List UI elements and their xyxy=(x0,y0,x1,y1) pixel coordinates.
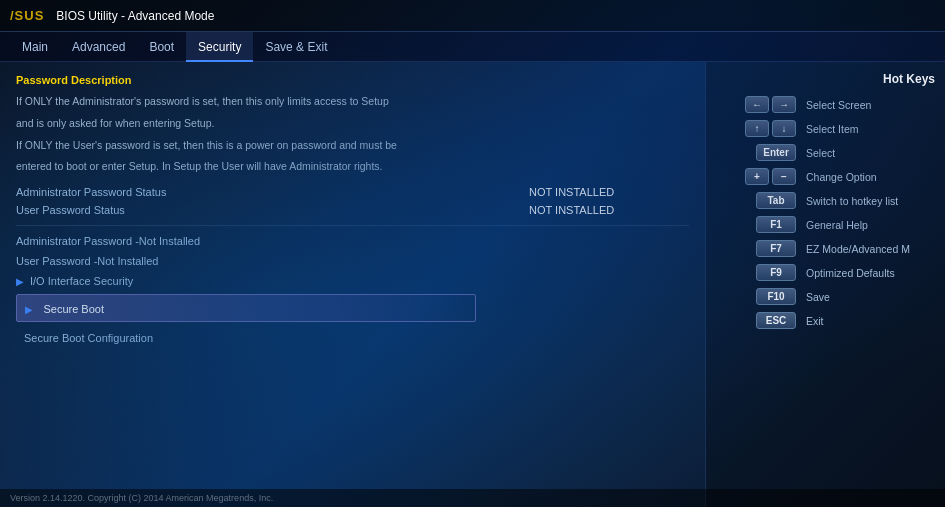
user-password-row: User Password Status NOT INSTALLED xyxy=(16,201,689,219)
hotkey-buttons-7: F9 xyxy=(716,264,796,281)
hotkey-desc-7: Optimized Defaults xyxy=(806,267,935,279)
left-panel: Password Description If ONLY the Adminis… xyxy=(0,62,705,507)
io-interface-label: I/O Interface Security xyxy=(30,275,689,287)
nav-boot[interactable]: Boot xyxy=(137,32,186,62)
user-password-action-label: User Password -Not Installed xyxy=(16,255,689,267)
user-password-action[interactable]: User Password -Not Installed xyxy=(16,252,689,270)
section-title: Password Description xyxy=(16,74,689,86)
hotkey-desc-0: Select Screen xyxy=(806,99,935,111)
hotkey-row-9: ESC Exit xyxy=(716,312,935,329)
secure-boot-item[interactable]: ▶ Secure Boot xyxy=(16,294,476,322)
hotkey-row-5: F1 General Help xyxy=(716,216,935,233)
hotkey-desc-8: Save xyxy=(806,291,935,303)
hotkey-buttons-9: ESC xyxy=(716,312,796,329)
hotkey-down-arrow[interactable]: ↓ xyxy=(772,120,796,137)
hotkey-buttons-4: Tab xyxy=(716,192,796,209)
header-bar: /SUS BIOS Utility - Advanced Mode xyxy=(0,0,945,32)
hotkey-row-1: ↑ ↓ Select Item xyxy=(716,120,935,137)
nav-bar: Main Advanced Boot Security Save & Exit xyxy=(0,32,945,62)
hotkey-row-6: F7 EZ Mode/Advanced M xyxy=(716,240,935,257)
description-4: entered to boot or enter Setup. In Setup… xyxy=(16,159,689,175)
secure-boot-label: Secure Boot xyxy=(43,303,104,315)
hotkey-f1[interactable]: F1 xyxy=(756,216,796,233)
hotkey-buttons-8: F10 xyxy=(716,288,796,305)
hotkey-esc[interactable]: ESC xyxy=(756,312,796,329)
hotkeys-title: Hot Keys xyxy=(716,72,935,86)
hotkey-plus[interactable]: + xyxy=(745,168,769,185)
hotkey-desc-3: Change Option xyxy=(806,171,935,183)
secure-boot-config-item[interactable]: Secure Boot Configuration xyxy=(16,328,689,348)
hotkey-desc-5: General Help xyxy=(806,219,935,231)
hotkey-buttons-3: + − xyxy=(716,168,796,185)
main-content: Password Description If ONLY the Adminis… xyxy=(0,62,945,507)
hotkey-right-arrow[interactable]: → xyxy=(772,96,796,113)
admin-password-value: NOT INSTALLED xyxy=(529,186,689,198)
hotkey-enter[interactable]: Enter xyxy=(756,144,796,161)
user-password-value: NOT INSTALLED xyxy=(529,204,689,216)
divider-1 xyxy=(16,225,689,226)
nav-main[interactable]: Main xyxy=(10,32,60,62)
secure-boot-arrow: ▶ xyxy=(25,304,33,315)
nav-advanced[interactable]: Advanced xyxy=(60,32,137,62)
admin-password-action-label: Administrator Password -Not Installed xyxy=(16,235,689,247)
description-2: and is only asked for when entering Setu… xyxy=(16,116,689,132)
io-interface-item[interactable]: ▶ I/O Interface Security xyxy=(16,272,689,290)
hotkey-f10[interactable]: F10 xyxy=(756,288,796,305)
version-bar: Version 2.14.1220. Copyright (C) 2014 Am… xyxy=(0,489,945,507)
hotkey-buttons-2: Enter xyxy=(716,144,796,161)
bios-title: BIOS Utility - Advanced Mode xyxy=(56,9,214,23)
user-password-label: User Password Status xyxy=(16,204,529,216)
hotkey-f7[interactable]: F7 xyxy=(756,240,796,257)
description-3: If ONLY the User's password is set, then… xyxy=(16,138,689,154)
hotkey-row-2: Enter Select xyxy=(716,144,935,161)
nav-save-exit[interactable]: Save & Exit xyxy=(253,32,339,62)
hotkey-tab[interactable]: Tab xyxy=(756,192,796,209)
nav-security[interactable]: Security xyxy=(186,32,253,62)
hotkey-row-0: ← → Select Screen xyxy=(716,96,935,113)
version-text: Version 2.14.1220. Copyright (C) 2014 Am… xyxy=(10,493,273,503)
hotkey-row-7: F9 Optimized Defaults xyxy=(716,264,935,281)
hotkey-buttons-6: F7 xyxy=(716,240,796,257)
hotkey-row-4: Tab Switch to hotkey list xyxy=(716,192,935,209)
hotkey-row-3: + − Change Option xyxy=(716,168,935,185)
asus-logo: /SUS xyxy=(10,8,44,23)
hotkey-up-arrow[interactable]: ↑ xyxy=(745,120,769,137)
hotkey-desc-6: EZ Mode/Advanced M xyxy=(806,243,935,255)
admin-password-row: Administrator Password Status NOT INSTAL… xyxy=(16,183,689,201)
hotkey-row-8: F10 Save xyxy=(716,288,935,305)
hotkey-buttons-5: F1 xyxy=(716,216,796,233)
hotkey-buttons-1: ↑ ↓ xyxy=(716,120,796,137)
right-panel: Hot Keys ← → Select Screen ↑ ↓ Select It… xyxy=(705,62,945,507)
hotkey-desc-4: Switch to hotkey list xyxy=(806,195,935,207)
admin-password-action[interactable]: Administrator Password -Not Installed xyxy=(16,232,689,250)
description-1: If ONLY the Administrator's password is … xyxy=(16,94,689,110)
io-interface-arrow: ▶ xyxy=(16,276,24,287)
admin-password-label: Administrator Password Status xyxy=(16,186,529,198)
hotkey-desc-2: Select xyxy=(806,147,935,159)
hotkey-left-arrow[interactable]: ← xyxy=(745,96,769,113)
hotkey-minus[interactable]: − xyxy=(772,168,796,185)
hotkey-buttons-0: ← → xyxy=(716,96,796,113)
hotkey-desc-1: Select Item xyxy=(806,123,935,135)
secure-boot-config-label: Secure Boot Configuration xyxy=(24,332,153,344)
settings-table: Administrator Password Status NOT INSTAL… xyxy=(16,183,689,219)
hotkey-desc-9: Exit xyxy=(806,315,935,327)
hotkey-f9[interactable]: F9 xyxy=(756,264,796,281)
